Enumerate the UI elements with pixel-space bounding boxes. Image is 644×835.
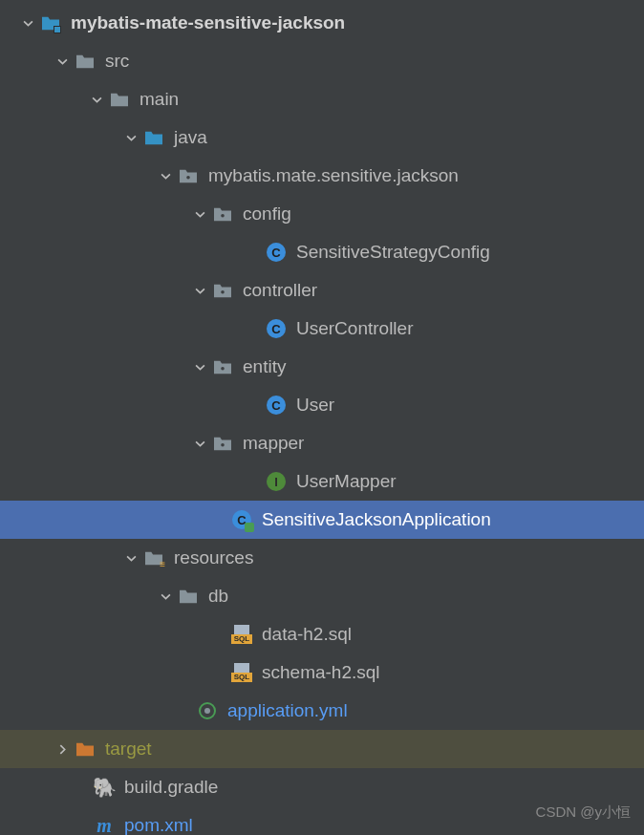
tree-label: pom.xml	[124, 815, 193, 835]
tree-row-mapper[interactable]: mapper	[0, 424, 644, 462]
chevron-down-icon[interactable]	[21, 16, 34, 30]
chevron-down-icon[interactable]	[193, 437, 206, 450]
tree-label: mybatis-mate-sensitive-jackson	[71, 12, 345, 33]
maven-icon: m	[94, 815, 115, 835]
excluded-folder-icon	[75, 739, 96, 760]
tree-label: application.yml	[227, 700, 348, 721]
tree-label: resources	[174, 547, 253, 568]
sql-file-icon: SQL	[231, 662, 252, 683]
tree-label: src	[105, 51, 129, 72]
tree-label: data-h2.sql	[262, 624, 352, 645]
chevron-down-icon[interactable]	[193, 360, 206, 374]
project-tree: mybatis-mate-sensitive-jackson src main …	[0, 0, 644, 835]
chevron-down-icon[interactable]	[55, 54, 69, 68]
tree-row-config[interactable]: config	[0, 195, 644, 233]
folder-icon	[178, 586, 199, 607]
interface-icon: I	[266, 471, 287, 492]
sql-file-icon: SQL	[231, 624, 252, 645]
chevron-down-icon[interactable]	[159, 169, 172, 182]
tree-label: mybatis.mate.sensitive.jackson	[208, 165, 459, 186]
gradle-icon: 🐘	[94, 777, 115, 798]
tree-label: SensitiveJacksonApplication	[262, 509, 491, 530]
tree-row-data-sql[interactable]: SQL data-h2.sql	[0, 615, 644, 653]
tree-row-root[interactable]: mybatis-mate-sensitive-jackson	[0, 4, 644, 42]
tree-label: entity	[243, 356, 286, 377]
tree-row-config-file[interactable]: C SensitiveStrategyConfig	[0, 233, 644, 271]
tree-label: db	[208, 586, 228, 607]
tree-row-schema-sql[interactable]: SQL schema-h2.sql	[0, 653, 644, 692]
folder-icon	[75, 51, 96, 72]
tree-row-resources[interactable]: ≡ resources	[0, 539, 644, 577]
tree-row-package[interactable]: mybatis.mate.sensitive.jackson	[0, 157, 644, 195]
tree-row-target[interactable]: target	[0, 730, 644, 768]
runnable-class-icon: C	[231, 509, 252, 530]
tree-row-main[interactable]: main	[0, 80, 644, 118]
yml-file-icon	[197, 700, 218, 721]
watermark: CSDN @y小恒	[536, 803, 631, 822]
tree-row-controller[interactable]: controller	[0, 271, 644, 310]
package-icon	[212, 203, 233, 225]
tree-row-controller-file[interactable]: C UserController	[0, 310, 644, 348]
resources-folder-icon: ≡	[143, 547, 164, 568]
tree-row-app-yml[interactable]: application.yml	[0, 692, 644, 730]
package-icon	[212, 356, 233, 377]
class-icon: C	[266, 242, 287, 263]
tree-label: UserMapper	[296, 471, 397, 492]
tree-label: main	[140, 89, 179, 110]
source-folder-icon	[143, 127, 164, 148]
tree-label: build.gradle	[124, 777, 218, 798]
tree-row-src[interactable]: src	[0, 42, 644, 80]
chevron-down-icon[interactable]	[90, 93, 103, 106]
chevron-down-icon[interactable]	[124, 551, 138, 565]
tree-row-db[interactable]: db	[0, 577, 644, 615]
tree-row-mapper-file[interactable]: I UserMapper	[0, 462, 644, 501]
folder-icon	[109, 89, 130, 110]
chevron-down-icon[interactable]	[193, 207, 206, 221]
tree-label: target	[105, 739, 152, 760]
tree-label: User	[296, 395, 334, 416]
tree-row-entity[interactable]: entity	[0, 348, 644, 386]
class-icon: C	[266, 318, 287, 339]
tree-label: config	[243, 203, 291, 225]
chevron-right-icon[interactable]	[55, 742, 69, 756]
tree-label: schema-h2.sql	[262, 662, 380, 683]
tree-label: mapper	[243, 433, 304, 454]
tree-label: java	[174, 127, 207, 148]
package-icon	[212, 433, 233, 454]
chevron-down-icon[interactable]	[124, 131, 138, 144]
tree-row-java[interactable]: java	[0, 118, 644, 157]
tree-row-entity-file[interactable]: C User	[0, 386, 644, 424]
tree-row-app-file[interactable]: C SensitiveJacksonApplication	[0, 501, 644, 539]
class-icon: C	[266, 395, 287, 416]
svg-point-2	[204, 708, 210, 714]
module-folder-icon	[40, 12, 61, 33]
tree-label: controller	[243, 280, 317, 301]
tree-label: SensitiveStrategyConfig	[296, 242, 490, 263]
package-icon	[212, 280, 233, 301]
chevron-down-icon[interactable]	[159, 589, 172, 603]
chevron-down-icon[interactable]	[193, 284, 206, 297]
tree-row-gradle[interactable]: 🐘 build.gradle	[0, 768, 644, 806]
package-icon	[178, 165, 199, 186]
tree-label: UserController	[296, 318, 413, 339]
